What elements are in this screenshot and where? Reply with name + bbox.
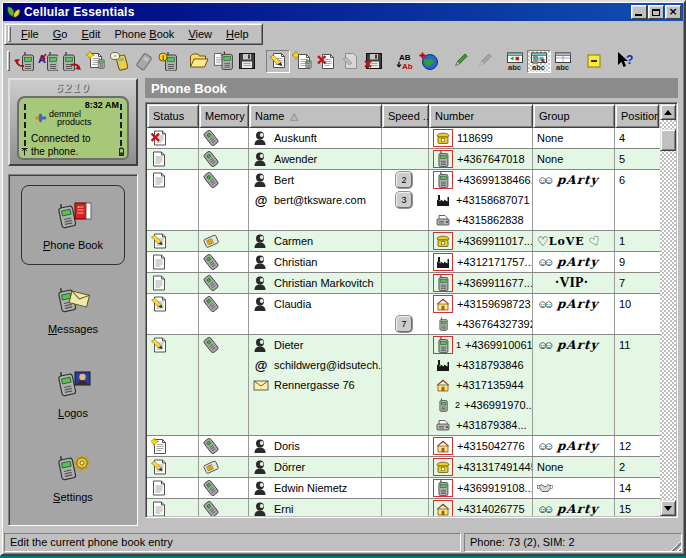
minimize-button[interactable] bbox=[631, 5, 647, 19]
contact-icon bbox=[253, 151, 269, 167]
menu-go[interactable]: Go bbox=[46, 25, 75, 43]
phonebook-entry-row[interactable]: Bert@bert@tksware.com23+43699138466...+4… bbox=[147, 170, 660, 231]
internet-update-button[interactable] bbox=[417, 50, 441, 73]
contact-icon bbox=[253, 501, 269, 516]
number-text: +431879384... bbox=[456, 419, 527, 431]
toolbar bbox=[4, 47, 682, 75]
menu-file[interactable]: File bbox=[14, 25, 46, 43]
phonebook-entry-row[interactable]: Dieter@schildwerg@idsutech....Rennergass… bbox=[147, 335, 660, 436]
phonebook-entry-row[interactable]: Claudia7+43159698723+436764327392☺☺pArty… bbox=[147, 294, 660, 335]
column-header-group[interactable]: Group bbox=[533, 104, 615, 128]
name-text: Rennergasse 76 bbox=[274, 379, 355, 391]
mobile-phone-icon bbox=[435, 172, 451, 188]
maximize-button[interactable] bbox=[648, 5, 664, 19]
voice-call-button[interactable] bbox=[108, 50, 132, 73]
table-body: Auskunft118699None4Awender+4367647018Non… bbox=[147, 128, 660, 516]
sidebar-item-logos[interactable]: Logos bbox=[21, 353, 125, 433]
sidebar-item-label: Logos bbox=[58, 407, 88, 419]
column-header-memory[interactable]: Memory bbox=[199, 104, 249, 128]
phonebook-entry-row[interactable]: Awender+4367647018None5 bbox=[147, 149, 660, 170]
phonebook-entry-row[interactable]: Christian Markovitch+4369911677...·VIP·7 bbox=[147, 273, 660, 294]
phonebook-entry-row[interactable]: Carmen+4369911017...♡ LoVE ♡1 bbox=[147, 231, 660, 252]
contact-icon bbox=[253, 459, 269, 475]
mobile-phone-icon bbox=[435, 275, 451, 291]
column-header-position[interactable]: Position bbox=[615, 104, 659, 128]
save-entry-button[interactable] bbox=[362, 50, 386, 73]
view-cards-button[interactable] bbox=[503, 50, 527, 73]
column-header-label: Group bbox=[539, 110, 570, 122]
menu-edit[interactable]: Edit bbox=[74, 25, 107, 43]
import-to-phone-button[interactable] bbox=[211, 50, 235, 73]
context-help-button[interactable] bbox=[613, 50, 637, 73]
phonebook-entry-row[interactable]: Dörrer+431317491445None2 bbox=[147, 457, 660, 478]
delete-entry-icon bbox=[316, 51, 336, 71]
phone-info-button[interactable] bbox=[156, 50, 180, 73]
scroll-up-button[interactable] bbox=[660, 104, 676, 120]
status-message: Edit the current phone book entry bbox=[4, 533, 461, 552]
name-text: Awender bbox=[274, 153, 317, 165]
edit-entry-icon bbox=[268, 51, 288, 71]
menu-help[interactable]: Help bbox=[219, 25, 256, 43]
contact-icon bbox=[253, 275, 269, 291]
sidebar-item-settings[interactable]: Settings bbox=[21, 437, 125, 517]
table-header: StatusMemoryName△Speed ...NumberGroupPos… bbox=[147, 104, 660, 128]
view-details-button[interactable] bbox=[527, 50, 551, 73]
position-value: 12 bbox=[615, 436, 659, 456]
new-entry-button[interactable] bbox=[290, 50, 314, 73]
open-phone-book-button[interactable] bbox=[187, 50, 211, 73]
sidebar-item-messages[interactable]: Messages bbox=[21, 269, 125, 349]
sort-ascending-icon: △ bbox=[290, 111, 298, 122]
phonebook-entry-row[interactable]: Edwin Niemetz+4369919108...14 bbox=[147, 478, 660, 499]
hang-up-button bbox=[132, 50, 156, 73]
document-icon bbox=[151, 480, 167, 496]
vertical-scrollbar[interactable] bbox=[660, 104, 676, 516]
delete-entry-button[interactable] bbox=[314, 50, 338, 73]
toolbar-row bbox=[2, 46, 684, 76]
main-panel: Phone Book StatusMemoryName△Speed ...Num… bbox=[145, 78, 678, 526]
edit-entry-button[interactable] bbox=[266, 50, 290, 73]
scroll-down-button[interactable] bbox=[660, 500, 676, 516]
close-button[interactable]: × bbox=[665, 5, 681, 19]
phonebook-entry-row[interactable]: Christian+4312171757...☺☺pArty9 bbox=[147, 252, 660, 273]
new-phone-book-button[interactable] bbox=[84, 50, 108, 73]
home-number-icon bbox=[435, 296, 451, 312]
write-to-phone-button[interactable] bbox=[60, 50, 84, 73]
sidebar-item-phone-book[interactable]: Phone Book bbox=[21, 185, 125, 265]
sidebar: 6210 8:32 AM demmelproducts Connected to… bbox=[8, 78, 138, 526]
scrollbar-thumb[interactable] bbox=[660, 129, 676, 151]
contact-icon bbox=[253, 438, 269, 454]
column-header-speed[interactable]: Speed ... bbox=[382, 104, 429, 128]
brand-text: demmelproducts bbox=[49, 110, 92, 126]
toolbar-grip[interactable] bbox=[7, 51, 10, 71]
fax-number-icon bbox=[435, 417, 451, 433]
phonebook-entry-row[interactable]: Erni+4314026775+4369191847☺☺pArty15 bbox=[147, 499, 660, 516]
green-pen-tool-button[interactable] bbox=[448, 50, 472, 73]
read-from-phone-button[interactable] bbox=[12, 50, 36, 73]
save-button[interactable] bbox=[235, 50, 259, 73]
view-list-button[interactable] bbox=[551, 50, 575, 73]
phonebook-entry-row[interactable]: Doris+4315042776☺☺pArty12 bbox=[147, 436, 660, 457]
sidebar-item-label: Settings bbox=[53, 491, 93, 503]
position-value: 6 bbox=[615, 170, 659, 190]
edited-document-icon bbox=[151, 459, 167, 475]
mobile-phone-icon bbox=[435, 151, 451, 167]
collapse-rows-button[interactable] bbox=[582, 50, 606, 73]
menu-view[interactable]: View bbox=[181, 25, 219, 43]
column-header-number[interactable]: Number bbox=[429, 104, 533, 128]
home-number-icon bbox=[435, 377, 451, 393]
menu-grip[interactable] bbox=[8, 26, 11, 42]
name-text: bert@tksware.com bbox=[274, 194, 366, 206]
column-header-name[interactable]: Name△ bbox=[249, 104, 382, 128]
read-names-from-phone-button[interactable] bbox=[36, 50, 60, 73]
down-arrow-icon bbox=[664, 506, 672, 511]
sort-entries-button[interactable] bbox=[393, 50, 417, 73]
party-faces-icon: ☺☺ bbox=[537, 256, 549, 268]
phonebook-entry-row[interactable]: Auskunft118699None4 bbox=[147, 128, 660, 149]
number-text: +4314026775 bbox=[457, 503, 525, 515]
column-header-label: Position bbox=[621, 110, 659, 122]
context-help-icon bbox=[615, 51, 635, 71]
column-header-status[interactable]: Status bbox=[147, 104, 199, 128]
menu-phone-book[interactable]: Phone Book bbox=[107, 25, 181, 43]
phone-memory-icon bbox=[203, 480, 219, 496]
phone-memory-icon bbox=[203, 337, 219, 353]
